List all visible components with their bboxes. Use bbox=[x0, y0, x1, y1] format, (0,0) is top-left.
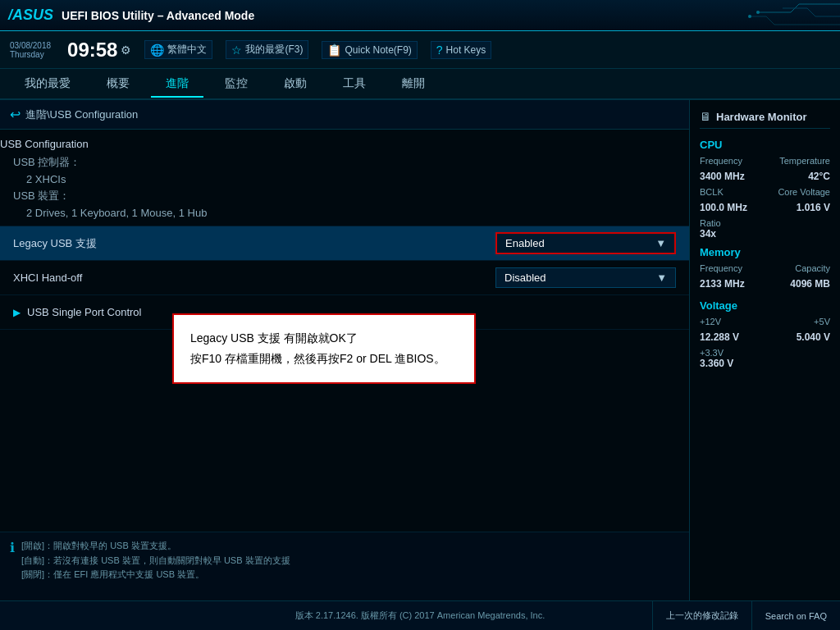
star-icon: ☆ bbox=[231, 43, 242, 57]
hotkeys-btn[interactable]: ? Hot Keys bbox=[431, 41, 491, 59]
xhci-dropdown[interactable]: Disabled ▼ bbox=[495, 267, 676, 288]
day-text: Thursday bbox=[10, 50, 51, 59]
back-arrow-icon[interactable]: ↩ bbox=[10, 107, 21, 122]
info-line-2: [自動]：若沒有連接 USB 裝置，則自動關閉對較早 USB 裝置的支援 bbox=[21, 554, 290, 568]
cpu-row-freq-val: 3400 MHz 42°C bbox=[700, 171, 830, 182]
volt-33v-label: +3.3V bbox=[700, 348, 830, 358]
favorites-btn[interactable]: ☆ 我的最愛(F3) bbox=[226, 40, 308, 59]
volt-row-12v-5v-labels: +12V +5V bbox=[700, 317, 830, 326]
tab-exit[interactable]: 離開 bbox=[387, 71, 440, 98]
mem-freq-value: 2133 MHz bbox=[700, 278, 745, 290]
breadcrumb: ↩ 進階\USB Configuration bbox=[0, 100, 689, 130]
cpu-freq-label: Frequency bbox=[700, 156, 742, 166]
volt-12v-value: 12.288 V bbox=[700, 331, 739, 343]
language-btn[interactable]: 🌐 繁體中文 bbox=[144, 40, 212, 59]
hw-monitor-title: Hardware Monitor bbox=[716, 111, 807, 123]
info-line-1: [開啟]：開啟對較早的 USB 裝置支援。 bbox=[21, 539, 290, 554]
status-bar: 版本 2.17.1246. 版權所有 (C) 2017 American Meg… bbox=[0, 600, 840, 630]
cpu-ratio-label: Ratio bbox=[700, 218, 830, 228]
popup-message: Legacy USB 支援 有開啟就OK了 按F10 存檔重開機，然後再按F2 … bbox=[172, 313, 476, 384]
usb-single-port-label: USB Single Port Control bbox=[27, 306, 141, 318]
mem-row-labels: Frequency Capacity bbox=[700, 263, 830, 273]
config-title: USB Configuration bbox=[0, 135, 689, 153]
mem-cap-label: Capacity bbox=[795, 263, 830, 273]
config-section: USB Configuration USB 控制器： 2 XHCIs USB 裝… bbox=[0, 130, 689, 226]
cpu-bclk-label: BCLK bbox=[700, 187, 724, 197]
mem-cap-value: 4096 MB bbox=[790, 278, 830, 290]
volt-5v-value: 5.040 V bbox=[797, 331, 830, 343]
left-panel: ↩ 進階\USB Configuration USB Configuration… bbox=[0, 100, 689, 630]
tab-favorites[interactable]: 我的最愛 bbox=[10, 71, 85, 98]
date-text: 03/08/2018 bbox=[10, 41, 51, 50]
asus-logo: /ASUS bbox=[8, 7, 53, 24]
cpu-ratio-value: 34x bbox=[700, 228, 830, 240]
settings-icon[interactable]: ⚙ bbox=[121, 43, 131, 57]
time-display: 09:58 ⚙ bbox=[67, 39, 131, 62]
time-text: 09:58 bbox=[67, 39, 117, 62]
config-sub-devices: 2 Drives, 1 Keyboard, 1 Mouse, 1 Hub bbox=[0, 205, 689, 221]
info-text-block: [開啟]：開啟對較早的 USB 裝置支援。 [自動]：若沒有連接 USB 裝置，… bbox=[21, 539, 290, 582]
config-sub-xhcis: 2 XHCIs bbox=[0, 171, 689, 187]
xhci-value: Disabled bbox=[504, 272, 546, 284]
cpu-corevolt-value: 1.016 V bbox=[797, 202, 830, 213]
info-bar: 03/08/2018 Thursday 09:58 ⚙ 🌐 繁體中文 ☆ 我的最… bbox=[0, 31, 840, 69]
cpu-bclk-value: 100.0 MHz bbox=[700, 202, 747, 213]
quicknote-btn[interactable]: 📋 Quick Note(F9) bbox=[322, 41, 417, 59]
nav-tabs: 我的最愛 概要 進階 監控 啟動 工具 離開 bbox=[0, 69, 840, 100]
xhci-dropdown-arrow-icon: ▼ bbox=[656, 272, 667, 284]
tab-advanced[interactable]: 進階 bbox=[151, 71, 203, 98]
popup-line1: Legacy USB 支援 有開啟就OK了 bbox=[190, 328, 458, 349]
last-change-btn[interactable]: 上一次的修改記錄 bbox=[652, 601, 751, 630]
globe-icon: 🌐 bbox=[150, 43, 164, 57]
expand-arrow-icon: ▶ bbox=[13, 307, 21, 318]
tab-monitor[interactable]: 監控 bbox=[210, 71, 262, 98]
cpu-section-title: CPU bbox=[700, 139, 830, 151]
legacy-usb-value: Enabled bbox=[505, 237, 545, 249]
question-icon: ? bbox=[436, 43, 443, 57]
legacy-usb-row[interactable]: Legacy USB 支援 Enabled ▼ bbox=[0, 226, 689, 261]
volt-5v-label: +5V bbox=[814, 317, 830, 326]
legacy-usb-dropdown[interactable]: Enabled ▼ bbox=[495, 232, 676, 254]
tab-tools[interactable]: 工具 bbox=[328, 71, 381, 98]
popup-line2: 按F10 存檔重開機，然後再按F2 or DEL 進BIOS。 bbox=[190, 349, 458, 369]
status-right: 上一次的修改記錄 Search on FAQ bbox=[652, 601, 840, 630]
cpu-row-freq: Frequency Temperature bbox=[700, 156, 830, 166]
config-item-usb-ctrl: USB 控制器： bbox=[0, 153, 689, 171]
datetime: 03/08/2018 Thursday bbox=[10, 41, 51, 59]
top-bar: /ASUS UEFI BIOS Utility – Advanced Mode bbox=[0, 0, 840, 31]
cpu-corevolt-label: Core Voltage bbox=[778, 187, 830, 197]
cpu-temp-value: 42°C bbox=[808, 171, 830, 182]
cpu-row-bclk: BCLK Core Voltage bbox=[700, 187, 830, 197]
info-circle-icon: ℹ bbox=[10, 540, 15, 555]
memory-section-title: Memory bbox=[700, 246, 830, 258]
breadcrumb-text: 進階\USB Configuration bbox=[25, 107, 138, 122]
legacy-usb-label: Legacy USB 支援 bbox=[13, 236, 495, 251]
dropdown-arrow-icon: ▼ bbox=[655, 237, 666, 249]
volt-12v-label: +12V bbox=[700, 317, 721, 326]
config-item-usb-dev: USB 裝置： bbox=[0, 187, 689, 205]
note-icon: 📋 bbox=[327, 43, 341, 57]
mem-freq-label: Frequency bbox=[700, 263, 742, 273]
cpu-freq-value: 3400 MHz bbox=[700, 171, 745, 182]
info-line-3: [關閉]：僅在 EFI 應用程式中支援 USB 裝置。 bbox=[21, 568, 290, 582]
search-faq-btn[interactable]: Search on FAQ bbox=[751, 601, 840, 630]
hw-monitor-header: 🖥 Hardware Monitor bbox=[700, 110, 830, 129]
tab-boot[interactable]: 啟動 bbox=[269, 71, 322, 98]
monitor-icon: 🖥 bbox=[700, 110, 711, 123]
cpu-row-bclk-val: 100.0 MHz 1.016 V bbox=[700, 202, 830, 213]
bios-title: UEFI BIOS Utility – Advanced Mode bbox=[62, 9, 254, 22]
xhci-row[interactable]: XHCI Hand-off Disabled ▼ bbox=[0, 261, 689, 295]
svg-point-1 bbox=[748, 15, 751, 18]
mem-row-vals: 2133 MHz 4096 MB bbox=[700, 278, 830, 290]
xhci-label: XHCI Hand-off bbox=[13, 272, 495, 284]
hw-monitor-panel: 🖥 Hardware Monitor CPU Frequency Tempera… bbox=[689, 100, 840, 630]
volt-33v-value: 3.360 V bbox=[700, 358, 830, 369]
volt-row-12v-5v-vals: 12.288 V 5.040 V bbox=[700, 331, 830, 343]
tab-overview[interactable]: 概要 bbox=[92, 71, 144, 98]
status-bar-text: 版本 2.17.1246. 版權所有 (C) 2017 American Meg… bbox=[295, 609, 545, 622]
info-footer: ℹ [開啟]：開啟對較早的 USB 裝置支援。 [自動]：若沒有連接 USB 裝… bbox=[0, 532, 689, 600]
cpu-temp-label: Temperature bbox=[779, 156, 830, 166]
voltage-section-title: Voltage bbox=[700, 299, 830, 312]
middle-section: ↩ 進階\USB Configuration USB Configuration… bbox=[0, 100, 840, 630]
svg-point-0 bbox=[756, 11, 760, 14]
